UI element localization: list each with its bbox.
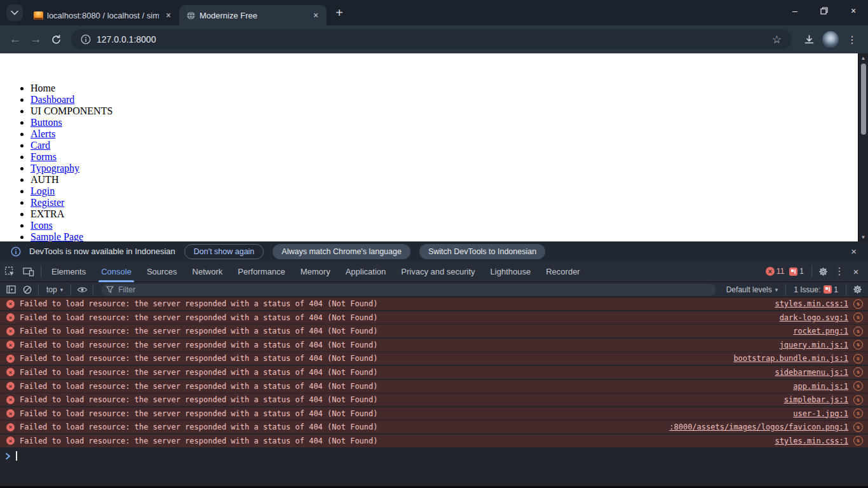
tab-close-icon[interactable]: × [310, 10, 322, 21]
issues-counter[interactable]: 1 Issue: 1 [789, 285, 843, 294]
tab-privacy-security[interactable]: Privacy and security [393, 261, 482, 282]
minimize-button[interactable]: – [780, 0, 810, 22]
tab-recorder[interactable]: Recorder [538, 261, 587, 282]
tab-memory[interactable]: Memory [293, 261, 338, 282]
downloads-button[interactable] [798, 29, 820, 50]
tab-localhost[interactable]: localhost:8080 / localhost / simi × [27, 5, 179, 25]
scroll-down-icon[interactable]: ▼ [861, 233, 866, 241]
tab-elements[interactable]: Elements [44, 261, 93, 282]
divider [71, 284, 71, 295]
inspect-element-button[interactable] [0, 263, 19, 280]
context-selector[interactable]: top ▾ [41, 285, 68, 294]
reload-button[interactable] [46, 29, 66, 50]
tab-search-button[interactable] [6, 4, 23, 21]
source-link[interactable]: user-1.jpg:1 [793, 409, 848, 418]
back-button[interactable]: ← [5, 29, 25, 50]
ai-insight-icon[interactable]: ⇅ [853, 340, 863, 349]
link-icons[interactable]: Icons [31, 220, 53, 231]
console-toolbar: top ▾ Default levels ▾ 1 Issue: 1 [0, 282, 868, 297]
device-toolbar-button[interactable] [19, 263, 38, 280]
console-error-row: × Failed to load resource: the server re… [0, 297, 868, 310]
tab-console[interactable]: Console [93, 261, 139, 282]
filter-input[interactable] [118, 285, 710, 294]
match-language-button[interactable]: Always match Chrome's language [273, 244, 410, 259]
link-dashboard[interactable]: Dashboard [31, 94, 74, 105]
console-error-row: × Failed to load resource: the server re… [0, 352, 868, 365]
titlebar: localhost:8080 / localhost / simi × Mode… [0, 0, 868, 25]
log-levels-selector[interactable]: Default levels ▾ [721, 285, 783, 294]
clear-console-button[interactable] [19, 283, 36, 296]
source-link[interactable]: styles.min.css:1 [775, 437, 848, 445]
scrollbar-thumb[interactable] [861, 64, 866, 135]
profile-avatar[interactable] [820, 29, 841, 50]
address-bar[interactable]: 127.0.0.1:8000 ☆ [71, 29, 792, 50]
error-message: Failed to load resource: the server resp… [20, 299, 378, 308]
close-window-button[interactable]: × [839, 0, 868, 22]
tab-close-icon[interactable]: × [163, 10, 174, 21]
console-sidebar-toggle[interactable] [3, 283, 19, 296]
source-link[interactable]: app.min.js:1 [793, 382, 848, 391]
console-settings-button[interactable] [849, 281, 865, 298]
dont-show-again-button[interactable]: Don't show again [184, 244, 264, 259]
link-forms[interactable]: Forms [31, 151, 57, 162]
source-link[interactable]: jquery.min.js:1 [780, 341, 848, 349]
link-sample-page[interactable]: Sample Page [31, 231, 83, 241]
ai-insight-icon[interactable]: ⇅ [853, 367, 863, 377]
link-buttons[interactable]: Buttons [31, 117, 62, 128]
chevron-down-icon: ▾ [775, 287, 778, 293]
issue-count-badge[interactable]: 1 [789, 267, 804, 276]
devtools-close-button[interactable]: × [848, 263, 864, 280]
chrome-menu-button[interactable]: ⋮ [841, 29, 863, 50]
ai-insight-icon[interactable]: ⇅ [853, 381, 863, 391]
ai-insight-icon[interactable]: ⇅ [853, 313, 863, 322]
bookmark-star-icon[interactable]: ☆ [768, 33, 785, 46]
prompt-chevron-icon [5, 452, 11, 460]
page-scrollbar[interactable]: ▲ ▼ [858, 53, 868, 241]
error-message: Failed to load resource: the server resp… [20, 327, 378, 336]
ai-insight-icon[interactable]: ⇅ [853, 354, 863, 363]
ai-insight-icon[interactable]: ⇅ [853, 327, 863, 336]
link-typography[interactable]: Typography [31, 163, 79, 173]
scroll-up-icon[interactable]: ▲ [861, 53, 866, 62]
ai-insight-icon[interactable]: ⇅ [853, 436, 863, 445]
maximize-button[interactable] [810, 0, 839, 22]
link-register[interactable]: Register [31, 197, 64, 208]
tab-lighthouse[interactable]: Lighthouse [483, 261, 539, 282]
error-icon: × [6, 341, 15, 349]
source-link[interactable]: bootstrap.bundle.min.js:1 [733, 354, 848, 363]
infobar-close-icon[interactable]: × [846, 246, 862, 257]
filter-field[interactable] [101, 284, 715, 295]
live-expression-button[interactable] [74, 283, 90, 296]
devtools-settings-button[interactable] [815, 263, 831, 280]
ai-insight-icon[interactable]: ⇅ [853, 395, 863, 405]
console-prompt[interactable] [0, 449, 868, 464]
source-link[interactable]: rocket.png:1 [793, 327, 848, 336]
ai-insight-icon[interactable]: ⇅ [853, 423, 863, 432]
site-info-icon[interactable] [80, 34, 92, 45]
devtools-menu-button[interactable]: ⋮ [831, 263, 848, 280]
link-login[interactable]: Login [31, 186, 55, 196]
source-link[interactable]: dark-logo.svg:1 [780, 313, 848, 322]
error-icon: × [766, 267, 775, 276]
link-card[interactable]: Card [31, 140, 50, 151]
source-link[interactable]: sidebarmenu.js:1 [775, 368, 848, 377]
switch-indonesian-button[interactable]: Switch DevTools to Indonesian [419, 244, 545, 259]
link-alerts[interactable]: Alerts [31, 128, 55, 139]
source-link[interactable]: styles.min.css:1 [775, 299, 848, 308]
list-item: Sample Page [31, 231, 868, 241]
error-count-badge[interactable]: × 11 [766, 267, 784, 276]
tab-application[interactable]: Application [338, 261, 394, 282]
source-link[interactable]: simplebar.js:1 [784, 395, 848, 404]
ai-insight-icon[interactable]: ⇅ [853, 409, 863, 418]
source-link[interactable]: :8000/assets/images/logos/favicon.png:1 [669, 423, 848, 431]
forward-button[interactable]: → [25, 29, 46, 50]
tab-modernize-free[interactable]: Modernize Free × [179, 5, 327, 25]
devtools-infobar: DevTools is now available in Indonesian … [0, 241, 868, 261]
tab-network[interactable]: Network [185, 261, 231, 282]
url-text[interactable]: 127.0.0.1:8000 [97, 34, 768, 44]
error-icon: × [6, 409, 15, 417]
ai-insight-icon[interactable]: ⇅ [853, 299, 863, 309]
tab-performance[interactable]: Performance [230, 261, 292, 282]
tab-sources[interactable]: Sources [139, 261, 185, 282]
new-tab-button[interactable]: + [330, 4, 348, 22]
